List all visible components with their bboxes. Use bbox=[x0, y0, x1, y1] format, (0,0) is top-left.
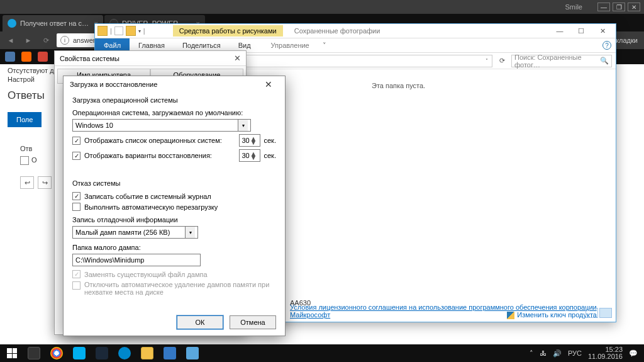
tab-title: Получен ответ на следу bbox=[20, 20, 91, 27]
taskbar-app-chrome[interactable] bbox=[47, 344, 67, 362]
tray-network-icon[interactable]: 🖧 bbox=[540, 349, 547, 357]
sysprop-title: Свойства системы bbox=[60, 55, 119, 62]
browser-tab-1[interactable]: Получен ответ на следу × bbox=[3, 15, 103, 31]
show-os-list-row: Отображать список операционных систем: 3… bbox=[72, 134, 276, 147]
explorer-title: Сохраненные фотографии bbox=[294, 27, 380, 35]
tray-action-center-icon[interactable]: 💬 bbox=[629, 349, 638, 358]
dump-folder-label: Папка малого дампа: bbox=[72, 244, 276, 251]
nav-back-button[interactable]: ◄ bbox=[4, 33, 18, 47]
dialog-title: Загрузка и восстановление bbox=[70, 81, 157, 88]
startup-recovery-dialog: Загрузка и восстановление ✕ Загрузка опе… bbox=[63, 76, 286, 336]
tab-favicon bbox=[8, 19, 16, 28]
auto-restart-checkbox[interactable] bbox=[72, 203, 80, 211]
outer-maximize-button[interactable]: ❐ bbox=[613, 3, 625, 11]
folder-icon bbox=[97, 26, 108, 36]
tray-volume-icon[interactable]: 🔊 bbox=[553, 349, 562, 358]
checkbox-label: О bbox=[31, 156, 37, 164]
dialog-titlebar[interactable]: Загрузка и восстановление ✕ bbox=[64, 76, 285, 93]
disable-auto-delete-checkbox bbox=[72, 281, 80, 290]
url-text: answer bbox=[73, 37, 95, 44]
refresh-button[interactable]: ⟳ bbox=[496, 57, 508, 65]
dialog-close-button[interactable]: ✕ bbox=[258, 79, 279, 89]
ok-button[interactable]: ОК bbox=[177, 315, 223, 329]
change-product-key-link[interactable]: Изменить ключ продукта bbox=[507, 311, 597, 319]
write-event-label: Записать событие в системный журнал bbox=[84, 193, 211, 200]
seconds-label: сек. bbox=[264, 137, 277, 144]
taskbar: ˄ 🖧 🔊 РУС 15:23 11.09.2016 💬 bbox=[0, 344, 644, 362]
nav-reload-button[interactable]: ⟳ bbox=[39, 33, 53, 47]
recovery-timeout-input[interactable]: 30▲▼ bbox=[239, 149, 260, 162]
taskbar-app-telegram[interactable] bbox=[114, 344, 135, 362]
os-list-timeout-input[interactable]: 30▲▼ bbox=[239, 134, 260, 147]
outer-close-button[interactable]: ✕ bbox=[628, 3, 640, 11]
titlebar-smile: Smile bbox=[565, 3, 582, 11]
tray-date: 11.09.2016 bbox=[588, 353, 623, 360]
useful-tab[interactable]: Поле bbox=[8, 112, 42, 127]
write-event-checkbox[interactable] bbox=[72, 192, 80, 200]
overwrite-dump-label: Заменять существующий файл дампа bbox=[84, 271, 208, 278]
tray-chevron-icon[interactable]: ˄ bbox=[530, 349, 533, 358]
explorer-titlebar[interactable]: | ▾ | Средства работы с рисунками Сохран… bbox=[95, 24, 616, 38]
outer-minimize-button[interactable]: — bbox=[597, 3, 610, 11]
ribbon-contextual-label: Средства работы с рисунками bbox=[173, 25, 283, 37]
redo-button[interactable]: ↪ bbox=[38, 176, 52, 189]
undo-button[interactable]: ↩ bbox=[20, 176, 34, 189]
show-os-list-checkbox[interactable] bbox=[72, 137, 80, 145]
group-system-failure: Отказ системы bbox=[72, 179, 276, 187]
outer-titlebar: Smile — ❐ ✕ bbox=[0, 0, 644, 14]
explorer-minimize-button[interactable]: — bbox=[549, 25, 570, 37]
start-button[interactable] bbox=[3, 344, 21, 362]
default-os-select[interactable]: Windows 10 ▾ bbox=[72, 119, 251, 132]
empty-folder-label: Эта папка пуста. bbox=[372, 82, 425, 89]
default-os-value: Windows 10 bbox=[75, 122, 113, 129]
view-details-button[interactable] bbox=[586, 308, 598, 318]
sysprop-close-button[interactable]: ✕ bbox=[234, 54, 241, 63]
site-info-icon[interactable]: i bbox=[60, 36, 69, 45]
separator: | bbox=[110, 27, 112, 35]
tray-clock[interactable]: 15:23 11.09.2016 bbox=[588, 346, 623, 360]
ribbon-tab-manage[interactable]: Управление bbox=[262, 38, 318, 52]
explorer-view-switcher bbox=[586, 308, 612, 318]
auto-restart-label: Выполнить автоматическую перезагрузку bbox=[84, 203, 218, 211]
group-system-startup: Загрузка операционной системы bbox=[72, 96, 276, 104]
tray-language[interactable]: РУС bbox=[568, 349, 582, 357]
bookmark-icon[interactable] bbox=[5, 52, 15, 62]
search-placeholder: Поиск: Сохраненные фотог… bbox=[514, 54, 600, 69]
bookmarks-label: кладки bbox=[616, 37, 640, 44]
chevron-down-icon: ▾ bbox=[238, 120, 248, 131]
system-tray: ˄ 🖧 🔊 РУС 15:23 11.09.2016 💬 bbox=[530, 346, 641, 360]
overwrite-dump-checkbox bbox=[72, 270, 80, 278]
default-os-label: Операционная система, загружаемая по умо… bbox=[72, 109, 276, 116]
seconds-label: сек. bbox=[264, 152, 277, 159]
qat-icon[interactable] bbox=[114, 26, 123, 35]
taskbar-app-paint[interactable] bbox=[182, 344, 203, 362]
taskbar-app-steam[interactable] bbox=[92, 344, 112, 362]
explorer-close-button[interactable]: ✕ bbox=[592, 25, 613, 37]
view-icons-button[interactable] bbox=[599, 308, 612, 318]
explorer-help-button[interactable]: ? bbox=[598, 38, 616, 52]
taskbar-app-search[interactable] bbox=[24, 344, 44, 362]
taskbar-app-explorer[interactable] bbox=[137, 344, 157, 362]
disable-auto-delete-label: Отключить автоматическое удаление дампов… bbox=[84, 281, 276, 296]
show-recovery-row: Отображать варианты восстановления: 30▲▼… bbox=[72, 149, 276, 162]
chevron-down-icon[interactable]: ˅ bbox=[486, 58, 488, 64]
answer-checkbox[interactable] bbox=[20, 156, 29, 165]
nav-forward-button[interactable]: ► bbox=[21, 33, 35, 47]
taskbar-app-skype[interactable] bbox=[69, 344, 89, 362]
chevron-down-icon[interactable]: ▾ bbox=[138, 28, 141, 34]
cancel-button[interactable]: Отмена bbox=[230, 315, 276, 329]
taskbar-app-settings[interactable] bbox=[160, 344, 180, 362]
explorer-maximize-button[interactable]: ☐ bbox=[570, 25, 592, 37]
bookmark-icon[interactable] bbox=[38, 52, 48, 62]
chevron-down-icon: ▾ bbox=[185, 227, 195, 238]
dump-type-value: Малый дамп памяти (256 КВ) bbox=[75, 229, 170, 236]
show-recovery-checkbox[interactable] bbox=[72, 152, 80, 160]
dump-type-select[interactable]: Малый дамп памяти (256 КВ) ▾ bbox=[72, 226, 198, 239]
bookmark-icon[interactable] bbox=[21, 52, 31, 62]
show-os-list-label: Отображать список операционных систем: bbox=[84, 137, 235, 144]
folder-icon bbox=[126, 26, 136, 36]
dump-folder-input[interactable]: C:\Windows\Minidump bbox=[72, 254, 201, 266]
sysprop-titlebar[interactable]: Свойства системы ✕ bbox=[55, 51, 246, 66]
explorer-search-input[interactable]: Поиск: Сохраненные фотог… 🔍 bbox=[511, 55, 612, 67]
ribbon-collapse-icon[interactable]: ˅ bbox=[318, 38, 331, 52]
